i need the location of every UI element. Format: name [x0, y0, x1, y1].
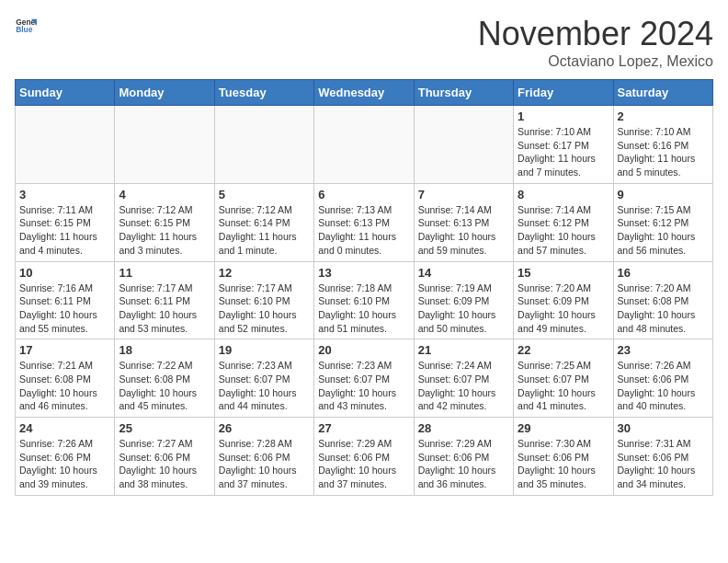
- calendar-cell: 9Sunrise: 7:15 AM Sunset: 6:12 PM Daylig…: [613, 183, 712, 261]
- day-info: Sunrise: 7:11 AM Sunset: 6:15 PM Dayligh…: [19, 203, 110, 258]
- day-info: Sunrise: 7:24 AM Sunset: 6:07 PM Dayligh…: [418, 359, 509, 413]
- logo-icon: General Blue: [15, 15, 37, 37]
- calendar-cell: 6Sunrise: 7:13 AM Sunset: 6:13 PM Daylig…: [314, 183, 414, 261]
- day-info: Sunrise: 7:13 AM Sunset: 6:13 PM Dayligh…: [318, 203, 409, 258]
- logo: General Blue: [15, 15, 37, 37]
- month-title: November 2024: [478, 15, 713, 53]
- day-number: 6: [318, 188, 409, 201]
- day-info: Sunrise: 7:23 AM Sunset: 6:07 PM Dayligh…: [219, 359, 310, 413]
- day-info: Sunrise: 7:19 AM Sunset: 6:09 PM Dayligh…: [418, 282, 509, 336]
- day-number: 5: [219, 188, 310, 201]
- day-number: 22: [518, 343, 609, 357]
- day-info: Sunrise: 7:20 AM Sunset: 6:09 PM Dayligh…: [518, 282, 609, 336]
- column-header-sunday: Sunday: [16, 80, 115, 106]
- day-number: 23: [618, 343, 709, 357]
- calendar-cell: [414, 106, 513, 184]
- day-number: 10: [19, 266, 110, 280]
- calendar-cell: 10Sunrise: 7:16 AM Sunset: 6:11 PM Dayli…: [16, 261, 115, 339]
- calendar-cell: 23Sunrise: 7:26 AM Sunset: 6:06 PM Dayli…: [613, 339, 712, 418]
- calendar-cell: 8Sunrise: 7:14 AM Sunset: 6:12 PM Daylig…: [514, 183, 613, 261]
- day-number: 25: [119, 421, 210, 435]
- day-info: Sunrise: 7:29 AM Sunset: 6:06 PM Dayligh…: [418, 437, 509, 491]
- day-number: 20: [318, 343, 409, 357]
- day-number: 26: [219, 421, 310, 435]
- calendar-cell: 30Sunrise: 7:31 AM Sunset: 6:06 PM Dayli…: [613, 418, 712, 496]
- calendar-header-row: SundayMondayTuesdayWednesdayThursdayFrid…: [16, 80, 713, 106]
- calendar-cell: 2Sunrise: 7:10 AM Sunset: 6:16 PM Daylig…: [613, 106, 712, 184]
- day-info: Sunrise: 7:27 AM Sunset: 6:06 PM Dayligh…: [119, 437, 210, 491]
- day-number: 4: [119, 188, 210, 201]
- day-info: Sunrise: 7:22 AM Sunset: 6:08 PM Dayligh…: [119, 359, 210, 413]
- calendar-cell: 17Sunrise: 7:21 AM Sunset: 6:08 PM Dayli…: [16, 339, 115, 418]
- calendar-cell: 5Sunrise: 7:12 AM Sunset: 6:14 PM Daylig…: [214, 183, 313, 261]
- day-number: 12: [219, 266, 310, 280]
- calendar-week-4: 17Sunrise: 7:21 AM Sunset: 6:08 PM Dayli…: [16, 339, 713, 418]
- day-info: Sunrise: 7:21 AM Sunset: 6:08 PM Dayligh…: [19, 359, 110, 413]
- calendar-cell: 28Sunrise: 7:29 AM Sunset: 6:06 PM Dayli…: [414, 418, 513, 496]
- day-number: 1: [518, 109, 609, 123]
- column-header-wednesday: Wednesday: [314, 80, 414, 106]
- day-number: 24: [19, 421, 110, 435]
- day-number: 14: [418, 266, 509, 280]
- day-info: Sunrise: 7:30 AM Sunset: 6:06 PM Dayligh…: [518, 437, 609, 491]
- page-header: General Blue November 2024 Octaviano Lop…: [15, 15, 713, 70]
- calendar-week-2: 3Sunrise: 7:11 AM Sunset: 6:15 PM Daylig…: [16, 183, 713, 261]
- day-info: Sunrise: 7:26 AM Sunset: 6:06 PM Dayligh…: [19, 437, 110, 491]
- day-number: 21: [418, 343, 509, 357]
- day-info: Sunrise: 7:20 AM Sunset: 6:08 PM Dayligh…: [618, 282, 709, 336]
- calendar-week-3: 10Sunrise: 7:16 AM Sunset: 6:11 PM Dayli…: [16, 261, 713, 339]
- day-info: Sunrise: 7:14 AM Sunset: 6:13 PM Dayligh…: [418, 203, 509, 258]
- day-info: Sunrise: 7:28 AM Sunset: 6:06 PM Dayligh…: [219, 437, 310, 491]
- column-header-tuesday: Tuesday: [214, 80, 313, 106]
- calendar-cell: 25Sunrise: 7:27 AM Sunset: 6:06 PM Dayli…: [115, 418, 214, 496]
- calendar-week-1: 1Sunrise: 7:10 AM Sunset: 6:17 PM Daylig…: [16, 106, 713, 184]
- svg-text:Blue: Blue: [16, 25, 33, 34]
- calendar-cell: 22Sunrise: 7:25 AM Sunset: 6:07 PM Dayli…: [514, 339, 613, 418]
- calendar-cell: 24Sunrise: 7:26 AM Sunset: 6:06 PM Dayli…: [16, 418, 115, 496]
- day-number: 15: [518, 266, 609, 280]
- calendar-cell: 29Sunrise: 7:30 AM Sunset: 6:06 PM Dayli…: [514, 418, 613, 496]
- calendar-cell: 19Sunrise: 7:23 AM Sunset: 6:07 PM Dayli…: [214, 339, 313, 418]
- day-info: Sunrise: 7:23 AM Sunset: 6:07 PM Dayligh…: [318, 359, 409, 413]
- title-block: November 2024 Octaviano Lopez, Mexico: [478, 15, 713, 70]
- calendar-cell: 4Sunrise: 7:12 AM Sunset: 6:15 PM Daylig…: [115, 183, 214, 261]
- day-info: Sunrise: 7:10 AM Sunset: 6:17 PM Dayligh…: [518, 125, 609, 179]
- calendar-cell: 18Sunrise: 7:22 AM Sunset: 6:08 PM Dayli…: [115, 339, 214, 418]
- day-number: 2: [618, 109, 709, 123]
- column-header-thursday: Thursday: [414, 80, 513, 106]
- calendar-cell: 20Sunrise: 7:23 AM Sunset: 6:07 PM Dayli…: [314, 339, 414, 418]
- calendar-cell: 1Sunrise: 7:10 AM Sunset: 6:17 PM Daylig…: [514, 106, 613, 184]
- column-header-monday: Monday: [115, 80, 214, 106]
- calendar-cell: [115, 106, 214, 184]
- day-info: Sunrise: 7:14 AM Sunset: 6:12 PM Dayligh…: [518, 203, 609, 258]
- day-number: 29: [518, 421, 609, 435]
- day-info: Sunrise: 7:10 AM Sunset: 6:16 PM Dayligh…: [618, 125, 709, 179]
- day-info: Sunrise: 7:31 AM Sunset: 6:06 PM Dayligh…: [618, 437, 709, 491]
- calendar-table: SundayMondayTuesdayWednesdayThursdayFrid…: [15, 79, 713, 496]
- calendar-cell: 3Sunrise: 7:11 AM Sunset: 6:15 PM Daylig…: [16, 183, 115, 261]
- calendar-cell: [314, 106, 414, 184]
- day-number: 18: [119, 343, 210, 357]
- location-subtitle: Octaviano Lopez, Mexico: [478, 53, 713, 70]
- calendar-week-5: 24Sunrise: 7:26 AM Sunset: 6:06 PM Dayli…: [16, 418, 713, 496]
- day-number: 13: [318, 266, 409, 280]
- calendar-cell: 26Sunrise: 7:28 AM Sunset: 6:06 PM Dayli…: [214, 418, 313, 496]
- day-number: 27: [318, 421, 409, 435]
- day-info: Sunrise: 7:15 AM Sunset: 6:12 PM Dayligh…: [618, 203, 709, 258]
- day-number: 3: [19, 188, 110, 201]
- day-info: Sunrise: 7:12 AM Sunset: 6:14 PM Dayligh…: [219, 203, 310, 258]
- day-number: 28: [418, 421, 509, 435]
- calendar-cell: 11Sunrise: 7:17 AM Sunset: 6:11 PM Dayli…: [115, 261, 214, 339]
- calendar-cell: 12Sunrise: 7:17 AM Sunset: 6:10 PM Dayli…: [214, 261, 313, 339]
- day-number: 16: [618, 266, 709, 280]
- calendar-cell: [16, 106, 115, 184]
- calendar-cell: 13Sunrise: 7:18 AM Sunset: 6:10 PM Dayli…: [314, 261, 414, 339]
- day-info: Sunrise: 7:18 AM Sunset: 6:10 PM Dayligh…: [318, 282, 409, 336]
- day-number: 30: [618, 421, 709, 435]
- calendar-cell: 15Sunrise: 7:20 AM Sunset: 6:09 PM Dayli…: [514, 261, 613, 339]
- column-header-saturday: Saturday: [613, 80, 712, 106]
- day-info: Sunrise: 7:16 AM Sunset: 6:11 PM Dayligh…: [19, 282, 110, 336]
- day-number: 7: [418, 188, 509, 201]
- day-info: Sunrise: 7:25 AM Sunset: 6:07 PM Dayligh…: [518, 359, 609, 413]
- day-info: Sunrise: 7:26 AM Sunset: 6:06 PM Dayligh…: [618, 359, 709, 413]
